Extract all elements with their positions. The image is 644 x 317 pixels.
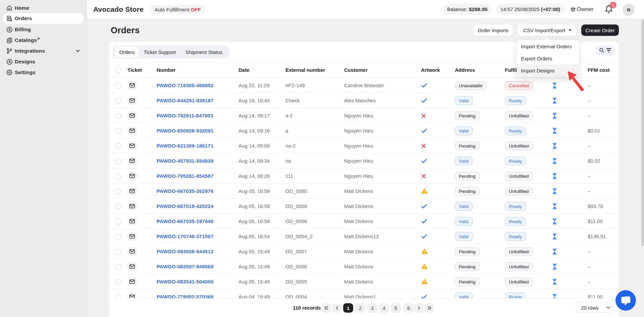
svg-text:$: $ xyxy=(9,28,11,32)
svg-text:A: A xyxy=(8,60,11,64)
